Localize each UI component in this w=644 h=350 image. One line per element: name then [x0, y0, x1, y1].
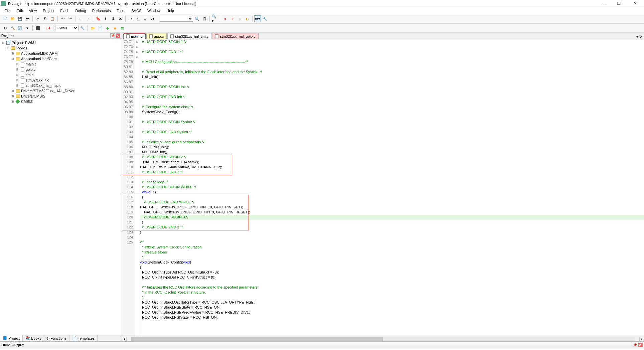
menu-help[interactable]: Help: [164, 8, 177, 13]
paste-icon[interactable]: 📋: [49, 15, 56, 22]
tree-file[interactable]: ⊞tim.c: [0, 72, 122, 77]
tree-group[interactable]: ⊟Application/User/Core: [0, 56, 122, 61]
stop-build-icon[interactable]: ⬛: [34, 25, 41, 31]
menu-edit[interactable]: Edit: [14, 8, 26, 13]
bookmark-next-icon[interactable]: ⬇: [110, 15, 116, 22]
menu-flash[interactable]: Flash: [58, 8, 72, 13]
tree-group[interactable]: ⊞Drivers/CMSIS: [0, 94, 122, 99]
file-tab[interactable]: main.c: [123, 33, 146, 39]
file-icon: [126, 34, 130, 38]
cut-icon[interactable]: ✂: [34, 15, 41, 22]
batch-build-icon[interactable]: ▾: [24, 25, 31, 31]
build-output-body[interactable]: [0, 348, 644, 350]
nav-back-icon[interactable]: ←: [77, 15, 84, 22]
breakpoint-disable-icon[interactable]: ○: [236, 15, 243, 22]
menu-project[interactable]: Project: [40, 8, 57, 13]
file-icon: [170, 34, 174, 38]
close-button[interactable]: ✕: [630, 0, 640, 7]
nav-fwd-icon[interactable]: →: [85, 15, 91, 22]
bottom-tab-project[interactable]: 📘Project: [0, 335, 23, 341]
debug-icon[interactable]: 🔍▾: [211, 15, 218, 22]
uncomment-icon[interactable]: /x: [149, 15, 156, 22]
manage-rte-icon[interactable]: ◆: [104, 25, 111, 31]
tree-project-root[interactable]: ⊟Project: PWM1: [0, 40, 122, 45]
configure-icon[interactable]: 🔧: [262, 15, 268, 22]
scroll-left-icon[interactable]: ◂: [122, 337, 127, 341]
build-output-panel: Build Output 📌 ✕ ◂ ▸: [0, 341, 644, 350]
save-all-icon[interactable]: 🗃: [24, 15, 31, 22]
scroll-right-icon[interactable]: ▸: [639, 337, 644, 341]
horizontal-scrollbar[interactable]: ◂ ▸: [122, 336, 644, 341]
translate-icon[interactable]: ⚙: [2, 25, 9, 31]
menu-debug[interactable]: Debug: [73, 8, 89, 13]
rebuild-icon[interactable]: 🔄: [17, 25, 23, 31]
tree-file[interactable]: ⊞stm32f1xx_hal_msp.c: [0, 83, 122, 88]
select-packs-icon[interactable]: ◆: [112, 25, 118, 31]
build-pin-icon[interactable]: 📌: [633, 343, 637, 347]
tree-file[interactable]: ⊞stm32f1xx_it.c: [0, 77, 122, 83]
comment-icon[interactable]: //: [142, 15, 149, 22]
target-select[interactable]: PWM1: [55, 25, 78, 31]
fold-column[interactable]: ⊟ ⊟ ⊟ ⊟: [135, 39, 139, 336]
tab-dropdown-icon[interactable]: ▾: [636, 35, 638, 39]
app-icon: [1, 1, 6, 6]
undo-icon[interactable]: ↶: [59, 15, 66, 22]
menu-bar: FileEditViewProjectFlashDebugPeripherals…: [0, 7, 644, 14]
menu-file[interactable]: File: [2, 8, 13, 13]
save-icon[interactable]: 💾: [17, 15, 23, 22]
copy-icon[interactable]: ⎘: [42, 15, 48, 22]
menu-view[interactable]: View: [26, 8, 40, 13]
bookmark-prev-icon[interactable]: ⬆: [102, 15, 109, 22]
maximize-button[interactable]: ❐: [614, 0, 624, 7]
menu-svcs[interactable]: SVCS: [129, 8, 144, 13]
open-file-icon[interactable]: 📂: [9, 15, 16, 22]
window-layout-icon[interactable]: ▭▾: [254, 15, 261, 22]
bottom-tab-functions[interactable]: {}Functions: [44, 335, 69, 341]
find-combo[interactable]: [160, 16, 193, 22]
menu-tools[interactable]: Tools: [114, 8, 128, 13]
tree-target[interactable]: ⊟PWM1: [0, 45, 122, 51]
panel-close-icon[interactable]: ✕: [116, 33, 120, 38]
main-toolbar: 📄 📂 💾 🗃 ✂ ⎘ 📋 ↶ ↷ ← → 🔖 ⬆ ⬇ ✖ ⇥ ⇤ // /x …: [0, 14, 644, 23]
tree-group[interactable]: ⊞CMSIS: [0, 99, 122, 104]
download-icon[interactable]: L⬇: [45, 25, 51, 31]
tree-group[interactable]: ⊞Application/MDK-ARM: [0, 51, 122, 56]
bookmark-icon[interactable]: 🔖: [95, 15, 102, 22]
scroll-thumb[interactable]: [131, 337, 383, 341]
breakpoint-kill-icon[interactable]: ◐: [244, 15, 251, 22]
file-ext-icon[interactable]: 📄: [97, 25, 104, 31]
pack-installer-icon[interactable]: ⬒: [119, 25, 126, 31]
breakpoint-insert-icon[interactable]: ●: [222, 15, 228, 22]
project-tree[interactable]: ⊟Project: PWM1⊟PWM1⊞Application/MDK-ARM⊟…: [0, 39, 122, 335]
target-options-icon[interactable]: 🔧: [79, 25, 86, 31]
indent-icon[interactable]: ⇥: [127, 15, 134, 22]
build-icon[interactable]: 🔨: [9, 25, 16, 31]
build-close-icon[interactable]: ✕: [638, 343, 643, 347]
menu-window[interactable]: Window: [145, 8, 163, 13]
panel-pin-icon[interactable]: 📌: [110, 33, 115, 38]
build-output-header: Build Output 📌 ✕: [0, 342, 644, 348]
redo-icon[interactable]: ↷: [67, 15, 73, 22]
code-content[interactable]: /* USER CODE BEGIN 1 */ /* USER CODE END…: [139, 39, 644, 336]
tree-file[interactable]: ⊞main.c: [0, 61, 122, 67]
tab-icon: 📄: [72, 336, 77, 340]
new-file-icon[interactable]: 📄: [2, 15, 9, 22]
breakpoint-enable-icon[interactable]: ○: [229, 15, 236, 22]
minimize-button[interactable]: ─: [598, 0, 608, 7]
project-panel: Project 📌 ✕ ⊟Project: PWM1⊟PWM1⊞Applicat…: [0, 33, 122, 341]
manage-project-icon[interactable]: 📁: [90, 25, 96, 31]
file-tab[interactable]: stm32f1xx_hal_tim.c: [167, 33, 211, 39]
bookmark-clear-icon[interactable]: ✖: [117, 15, 124, 22]
outdent-icon[interactable]: ⇤: [135, 15, 141, 22]
bottom-tab-books[interactable]: 📚Books: [23, 335, 44, 341]
tree-group[interactable]: ⊞Drivers/STM32F1xx_HAL_Driver: [0, 88, 122, 94]
menu-peripherals[interactable]: Peripherals: [90, 8, 114, 13]
file-tab[interactable]: stm32f1xx_hal_gpio.c: [212, 33, 258, 39]
tab-close-icon[interactable]: ✕: [640, 35, 643, 39]
file-tab[interactable]: gpio.c: [146, 33, 167, 39]
find-in-files-icon[interactable]: 🗐: [201, 15, 208, 22]
find-icon[interactable]: 🔍: [194, 15, 200, 22]
code-editor[interactable]: 70 71 72 73 74 75 76 77 78 79 80 81 82 8…: [122, 39, 644, 336]
bottom-tab-templates[interactable]: 📄Templates: [69, 335, 98, 341]
tree-file[interactable]: ⊞gpio.c: [0, 67, 122, 72]
